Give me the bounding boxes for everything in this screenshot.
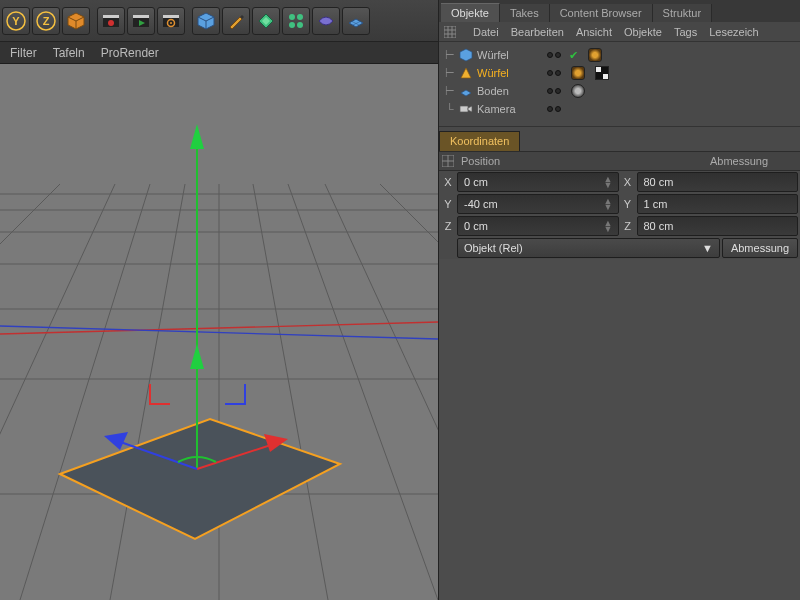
material-tag-icon[interactable] [588, 48, 602, 62]
move-gizmo[interactable] [104, 124, 288, 469]
tree-row[interactable]: ⊢ Würfel ✔ [445, 46, 798, 64]
record-button[interactable] [97, 7, 125, 35]
3d-viewport[interactable] [0, 64, 438, 600]
tab-koordinaten[interactable]: Koordinaten [439, 131, 520, 151]
enable-check-icon[interactable]: ✔ [569, 49, 578, 62]
play-button[interactable] [127, 7, 155, 35]
floor-button[interactable] [342, 7, 370, 35]
svg-marker-56 [461, 68, 471, 78]
svg-line-40 [325, 184, 438, 564]
visibility-dots[interactable] [547, 88, 561, 94]
object-manager-menu: Datei Bearbeiten Ansicht Objekte Tags Le… [439, 22, 800, 42]
svg-line-38 [288, 184, 438, 600]
svg-line-35 [110, 184, 185, 600]
visibility-dots[interactable] [547, 106, 561, 112]
menu-tags[interactable]: Tags [674, 26, 697, 38]
svg-marker-55 [460, 49, 472, 61]
svg-rect-50 [444, 26, 456, 38]
axis-label-x: X [621, 176, 635, 188]
viewport-canvas[interactable] [0, 64, 438, 600]
svg-marker-49 [104, 432, 128, 450]
tab-struktur[interactable]: Struktur [653, 4, 713, 22]
menu-prorender[interactable]: ProRender [101, 46, 159, 60]
menu-datei[interactable]: Datei [473, 26, 499, 38]
visibility-dots[interactable] [547, 70, 561, 76]
svg-line-41 [0, 184, 60, 444]
cone-icon [459, 66, 473, 80]
tab-content-browser[interactable]: Content Browser [550, 4, 653, 22]
coord-mode-row: Objekt (Rel)▼ Abmessung [439, 237, 800, 259]
menu-ansicht[interactable]: Ansicht [576, 26, 612, 38]
disc-tag-icon[interactable] [571, 84, 585, 98]
dim-x-field[interactable]: 80 cm [637, 172, 799, 192]
tree-row[interactable]: ⊢ Würfel [445, 64, 798, 82]
manager-tabs: Objekte Takes Content Browser Struktur [439, 0, 800, 22]
pos-y-field[interactable]: -40 cm▲▼ [457, 194, 619, 214]
material-tag-icon[interactable] [571, 66, 585, 80]
tab-takes[interactable]: Takes [500, 4, 550, 22]
pos-x-field[interactable]: 0 cm▲▼ [457, 172, 619, 192]
tree-branch-icon: ⊢ [445, 67, 455, 80]
menu-bearbeiten[interactable]: Bearbeiten [511, 26, 564, 38]
render-settings-button[interactable] [157, 7, 185, 35]
coord-row-y: Y -40 cm▲▼ Y 1 cm [439, 193, 800, 215]
axis-label-y: Y [621, 198, 635, 210]
spinner-icon[interactable]: ▲▼ [604, 176, 612, 188]
svg-point-22 [289, 22, 295, 28]
svg-marker-59 [468, 106, 472, 112]
axis-label-x: X [441, 176, 455, 188]
axis-label-z: Z [441, 220, 455, 232]
position-label: Position [457, 155, 710, 167]
svg-line-37 [253, 184, 328, 600]
coord-row-z: Z 0 cm▲▼ Z 80 cm [439, 215, 800, 237]
deformer-button[interactable] [312, 7, 340, 35]
object-name[interactable]: Würfel [477, 49, 537, 61]
menu-tafeln[interactable]: Tafeln [53, 46, 85, 60]
generator-button[interactable] [252, 7, 280, 35]
menu-objekte[interactable]: Objekte [624, 26, 662, 38]
spinner-icon[interactable]: ▲▼ [604, 220, 612, 232]
coord-mode-dropdown[interactable]: Objekt (Rel)▼ [457, 238, 720, 258]
coord-row-x: X 0 cm▲▼ X 80 cm [439, 171, 800, 193]
menu-filter[interactable]: Filter [10, 46, 37, 60]
tree-row[interactable]: ⊢ Boden [445, 82, 798, 100]
svg-text:Z: Z [43, 15, 50, 27]
object-name[interactable]: Würfel [477, 67, 537, 79]
svg-rect-13 [163, 15, 179, 18]
spinner-icon[interactable]: ▲▼ [604, 198, 612, 210]
cube-icon [459, 48, 473, 62]
object-name[interactable]: Kamera [477, 103, 537, 115]
axis-y-button[interactable]: Y [2, 7, 30, 35]
floor-icon [459, 84, 473, 98]
grid-icon [439, 155, 457, 167]
svg-marker-24 [349, 19, 363, 27]
visibility-dots[interactable] [547, 52, 561, 58]
checker-tag-icon[interactable] [595, 66, 609, 80]
chevron-down-icon: ▼ [702, 242, 713, 254]
pos-z-field[interactable]: 0 cm▲▼ [457, 216, 619, 236]
svg-marker-44 [190, 124, 204, 149]
tree-branch-icon: ⊢ [445, 49, 455, 62]
dim-y-field[interactable]: 1 cm [637, 194, 799, 214]
svg-text:Y: Y [12, 15, 20, 27]
spline-pen-button[interactable] [222, 7, 250, 35]
axis-z-button[interactable]: Z [32, 7, 60, 35]
svg-point-23 [297, 22, 303, 28]
selected-object[interactable] [60, 419, 340, 539]
tree-row[interactable]: └ Kamera [445, 100, 798, 118]
menu-lesezeichen[interactable]: Lesezeich [709, 26, 759, 38]
object-tree: ⊢ Würfel ✔ ⊢ Würfel ⊢ Boden └ Kamera [439, 42, 800, 127]
svg-rect-7 [103, 15, 119, 18]
array-button[interactable] [282, 7, 310, 35]
coord-header: Position Abmessung [439, 151, 800, 171]
svg-line-42 [380, 184, 438, 444]
svg-rect-10 [133, 15, 149, 18]
dimension-button[interactable]: Abmessung [722, 238, 798, 258]
cube-orange-button[interactable] [62, 7, 90, 35]
dimension-label: Abmessung [710, 155, 800, 167]
primitive-cube-button[interactable] [192, 7, 220, 35]
object-name[interactable]: Boden [477, 85, 537, 97]
dim-z-field[interactable]: 80 cm [637, 216, 799, 236]
svg-point-20 [289, 14, 295, 20]
tab-objekte[interactable]: Objekte [441, 3, 500, 22]
